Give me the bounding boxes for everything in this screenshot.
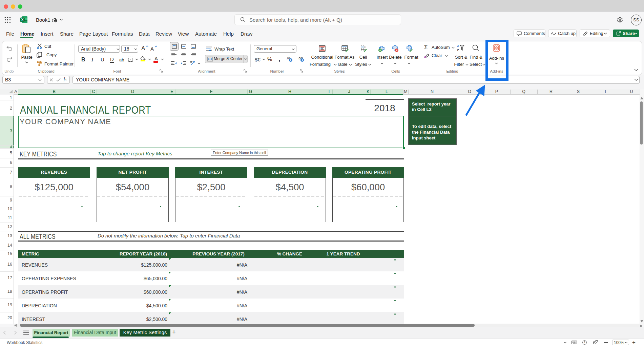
- svg-text:Z: Z: [457, 49, 459, 52]
- svg-text:A: A: [457, 44, 459, 48]
- svg-text:.0: .0: [286, 57, 289, 60]
- svg-text:?: ?: [584, 341, 585, 344]
